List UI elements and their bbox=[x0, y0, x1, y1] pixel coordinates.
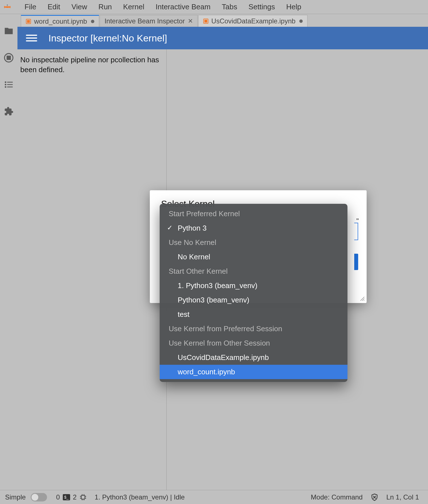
svg-rect-6 bbox=[7, 84, 13, 85]
dropdown-item-python3-venv-1[interactable]: 1. Python3 (beam_venv) bbox=[160, 278, 347, 293]
workarea: word_count.ipynb Interactive Beam Inspec… bbox=[17, 14, 428, 490]
select-button[interactable] bbox=[354, 254, 358, 270]
kernel-dropdown: Start Preferred Kernel Python 3 Use No K… bbox=[160, 204, 347, 382]
menubar: File Edit View Run Kernel Interactive Be… bbox=[0, 0, 428, 14]
svg-rect-8 bbox=[7, 87, 13, 87]
svg-rect-2 bbox=[7, 56, 10, 59]
cursor-position[interactable]: Ln 1, Col 1 bbox=[386, 493, 419, 501]
tab-word-count[interactable]: word_count.ipynb bbox=[21, 15, 99, 27]
main-area: word_count.ipynb Interactive Beam Inspec… bbox=[0, 14, 428, 490]
kernel-status-text[interactable]: 1. Python3 (beam_venv) | Idle bbox=[95, 493, 185, 501]
dropdown-section-header: Start Preferred Kernel bbox=[160, 207, 347, 221]
menu-settings[interactable]: Settings bbox=[243, 3, 280, 11]
menu-view[interactable]: View bbox=[66, 3, 93, 11]
svg-rect-4 bbox=[7, 82, 13, 83]
svg-point-0 bbox=[7, 5, 8, 6]
status-counts[interactable]: 0 $_ 2 bbox=[56, 493, 87, 501]
folder-icon[interactable] bbox=[3, 25, 14, 37]
extension-icon[interactable] bbox=[3, 106, 14, 117]
svg-point-7 bbox=[5, 86, 6, 88]
dirty-indicator-icon bbox=[91, 20, 94, 23]
stop-circle-icon[interactable] bbox=[3, 52, 14, 63]
menu-interactive-beam[interactable]: Interactive Beam bbox=[150, 3, 216, 11]
close-icon[interactable]: ✕ bbox=[188, 17, 193, 25]
menu-kernel[interactable]: Kernel bbox=[117, 3, 150, 11]
kernel-status-icon bbox=[79, 494, 87, 501]
svg-rect-10 bbox=[27, 20, 30, 23]
count-b: 2 bbox=[73, 493, 77, 501]
tabstrip: word_count.ipynb Interactive Beam Inspec… bbox=[17, 14, 428, 27]
menu-tabs[interactable]: Tabs bbox=[216, 3, 243, 11]
menu-help[interactable]: Help bbox=[280, 3, 307, 11]
dropdown-item-no-kernel[interactable]: No Kernel bbox=[160, 250, 347, 264]
dropdown-item-wordcount-session[interactable]: word_count.ipynb bbox=[160, 365, 347, 379]
dropdown-item-python3-venv[interactable]: Python3 (beam_venv) bbox=[160, 293, 347, 307]
inspector-header: Inspector [kernel:No Kernel] bbox=[17, 27, 428, 49]
dropdown-section-header: Use Kernel from Preferred Session bbox=[160, 322, 347, 336]
statusbar: Simple 0 $_ 2 1. Python3 (beam_venv) | I… bbox=[0, 490, 428, 504]
dirty-indicator-icon bbox=[299, 19, 303, 23]
mode-indicator[interactable]: Mode: Command bbox=[311, 493, 363, 501]
trust-icon[interactable] bbox=[371, 493, 378, 501]
svg-rect-12 bbox=[204, 20, 207, 23]
menu-run[interactable]: Run bbox=[93, 3, 118, 11]
dropdown-item-python3[interactable]: Python 3 bbox=[160, 221, 347, 235]
jupyter-logo-icon bbox=[3, 3, 12, 12]
dropdown-section-header: Use No Kernel bbox=[160, 235, 347, 250]
dialog-backdrop: Select Kernel " Start Preferred Kernel P… bbox=[17, 49, 428, 490]
list-icon[interactable] bbox=[3, 79, 14, 90]
hamburger-icon[interactable] bbox=[26, 32, 37, 44]
svg-point-5 bbox=[5, 84, 6, 85]
inspector-title: Inspector [kernel:No Kernel] bbox=[48, 33, 167, 44]
menu-edit[interactable]: Edit bbox=[42, 3, 66, 11]
tab-inspector[interactable]: Interactive Beam Inspector ✕ bbox=[100, 15, 197, 27]
resize-handle-icon[interactable] bbox=[360, 296, 365, 301]
tab-label: Interactive Beam Inspector bbox=[104, 17, 185, 25]
dropdown-section-header: Start Other Kernel bbox=[160, 264, 347, 278]
svg-rect-13 bbox=[81, 495, 85, 499]
tab-label: UsCovidDataExample.ipynb bbox=[211, 17, 296, 25]
inspector-content: No inspectable pipeline nor pcollection … bbox=[17, 49, 428, 490]
activity-bar bbox=[0, 14, 17, 490]
notebook-icon bbox=[203, 18, 209, 24]
simple-mode-toggle[interactable] bbox=[31, 493, 47, 501]
kernel-select-input[interactable] bbox=[354, 223, 358, 240]
notebook-icon bbox=[26, 19, 31, 24]
tab-label: word_count.ipynb bbox=[34, 17, 87, 25]
menu-file[interactable]: File bbox=[19, 3, 42, 11]
svg-point-3 bbox=[5, 81, 6, 83]
dropdown-section-header: Use Kernel from Other Session bbox=[160, 336, 347, 350]
terminal-icon: $_ bbox=[63, 494, 70, 500]
count-a: 0 bbox=[56, 493, 60, 501]
tab-uscovid[interactable]: UsCovidDataExample.ipynb bbox=[198, 15, 308, 27]
dropdown-item-uscovid-session[interactable]: UsCovidDataExample.ipynb bbox=[160, 350, 347, 365]
simple-mode-label: Simple bbox=[5, 493, 26, 501]
dropdown-item-test[interactable]: test bbox=[160, 307, 347, 322]
